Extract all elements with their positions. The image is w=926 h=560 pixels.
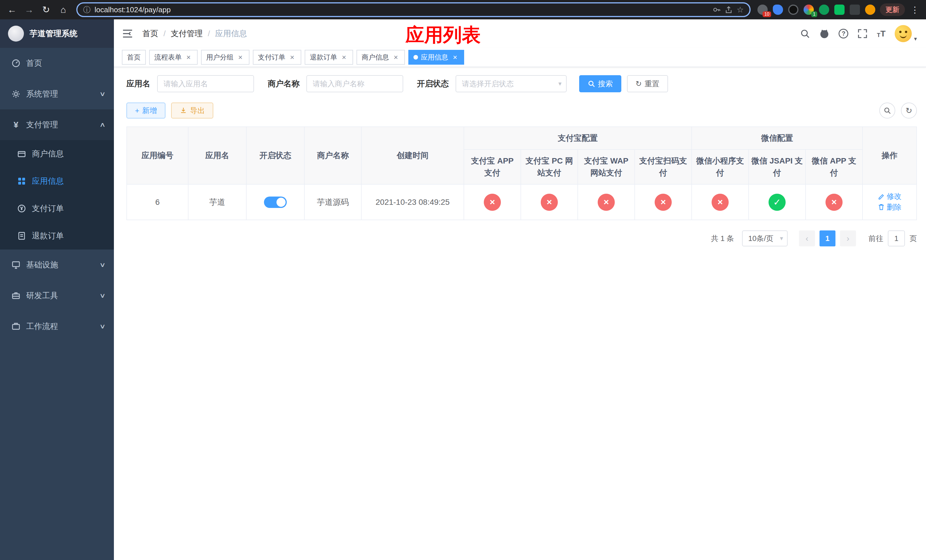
refresh-icon: ↻ <box>635 79 642 88</box>
page-size-select[interactable]: 10条/页▾ <box>742 230 788 247</box>
tab-refund-order[interactable]: 退款订单× <box>305 50 353 65</box>
next-page-button[interactable]: › <box>840 230 856 247</box>
extension-icon-4[interactable]: 1 <box>803 5 814 15</box>
breadcrumb-home[interactable]: 首页 <box>142 28 158 39</box>
sidebar-menu: 首页 系统管理 ∨ ¥ 支付管理 ∧ 商户信息 <box>0 48 114 342</box>
browser-menu-icon[interactable]: ⋮ <box>909 5 920 15</box>
sidebar-item-label: 商户信息 <box>32 148 105 159</box>
extension-icon-2[interactable] <box>773 5 783 15</box>
caret-down-icon: ▾ <box>780 235 783 242</box>
breadcrumb-payment[interactable]: 支付管理 <box>171 28 203 39</box>
site-info-icon[interactable]: ⓘ <box>83 5 91 15</box>
extension-badge: 10 <box>763 11 771 17</box>
share-icon[interactable] <box>725 6 733 14</box>
help-icon[interactable]: ? <box>838 29 848 38</box>
refresh-icon: ↻ <box>905 106 912 115</box>
download-icon <box>180 107 187 114</box>
caret-down-icon: ▾ <box>558 80 561 88</box>
breadcrumb-current: 应用信息 <box>215 28 247 39</box>
tab-app-info[interactable]: 应用信息× <box>409 50 464 65</box>
address-bar[interactable]: ⓘ localhost:1024/pay/app ☆ <box>76 2 750 17</box>
sidebar-collapse-icon[interactable] <box>122 28 133 39</box>
sidebar-item-dev-tools[interactable]: 研发工具 ∨ <box>0 280 114 311</box>
tab-pay-order[interactable]: 支付订单× <box>253 50 301 65</box>
prev-page-button[interactable]: ‹ <box>799 230 815 247</box>
sidebar-item-refund-order[interactable]: 退款订单 <box>0 222 114 250</box>
edit-button[interactable]: 修改 <box>878 191 902 201</box>
caret-down-icon: ▾ <box>914 35 917 42</box>
sidebar-item-workflow[interactable]: 工作流程 ∨ <box>0 311 114 342</box>
sidebar-item-label: 工作流程 <box>26 321 95 332</box>
tab-user-group[interactable]: 用户分组× <box>201 50 250 65</box>
chevron-up-icon: ∧ <box>99 121 106 129</box>
sidebar-item-pay-order[interactable]: 支付订单 <box>0 195 114 222</box>
col-alipay-qr: 支付宝扫码支付 <box>635 150 691 184</box>
user-avatar <box>895 25 912 42</box>
tab-home[interactable]: 首页 <box>122 50 146 65</box>
app-name-input[interactable] <box>157 75 254 92</box>
delete-button[interactable]: 删除 <box>878 202 902 212</box>
search-button[interactable]: 搜索 <box>579 75 621 92</box>
page-1-button[interactable]: 1 <box>820 230 835 247</box>
search-icon[interactable] <box>800 29 810 39</box>
screen: ← → ↻ ⌂ ⓘ localhost:1024/pay/app ☆ 10 1 … <box>0 0 926 560</box>
app-table: 应用编号 应用名 开启状态 商户名称 创建时间 支付宝配置 微信配置 操作 支付… <box>126 127 917 220</box>
yen-icon: ¥ <box>11 120 21 130</box>
key-icon[interactable] <box>713 6 721 14</box>
status-select[interactable]: 请选择开启状态▾ <box>455 75 567 92</box>
sidebar-item-system[interactable]: 系统管理 ∨ <box>0 79 114 109</box>
forward-icon[interactable]: → <box>23 3 35 16</box>
extension-icon-7[interactable] <box>850 5 860 15</box>
wechat-jsapi-status-icon: ✓ <box>769 194 785 211</box>
user-menu[interactable]: ▾ <box>895 25 917 42</box>
extension-icon-5[interactable] <box>819 5 829 15</box>
tab-merchant-info[interactable]: 商户信息× <box>357 50 405 65</box>
extension-icon-6[interactable] <box>834 5 844 15</box>
sidebar-item-label: 退款订单 <box>32 230 105 241</box>
chevron-down-icon: ∨ <box>99 292 106 300</box>
extensions-area: 10 1 <box>757 5 875 15</box>
reset-button[interactable]: ↻ 重置 <box>627 75 668 92</box>
close-icon[interactable]: × <box>185 53 192 62</box>
sidebar-item-payment[interactable]: ¥ 支付管理 ∧ <box>0 109 114 140</box>
sidebar-item-merchant-info[interactable]: 商户信息 <box>0 140 114 168</box>
font-size-icon[interactable]: TT <box>877 29 885 38</box>
status-toggle[interactable] <box>264 197 287 208</box>
col-group-alipay: 支付宝配置 <box>464 127 691 150</box>
sidebar-item-home[interactable]: 首页 <box>0 48 114 79</box>
back-icon[interactable]: ← <box>6 3 18 16</box>
sidebar-item-app-info[interactable]: 应用信息 <box>0 168 114 195</box>
close-icon[interactable]: × <box>288 53 296 62</box>
close-icon[interactable]: × <box>236 53 244 62</box>
grid-icon <box>17 177 26 186</box>
app-title: 芋道管理系统 <box>30 28 77 39</box>
tab-process-form[interactable]: 流程表单× <box>149 50 198 65</box>
extension-icon-1[interactable]: 10 <box>757 5 768 15</box>
home-icon[interactable]: ⌂ <box>57 3 70 16</box>
cell-created: 2021-10-23 08:49:25 <box>362 184 464 220</box>
bookmark-star-icon[interactable]: ☆ <box>737 5 744 15</box>
app-logo[interactable]: 芋道管理系统 <box>0 20 114 48</box>
refresh-table-button[interactable]: ↻ <box>901 103 917 118</box>
close-icon[interactable]: × <box>340 53 348 62</box>
add-button[interactable]: + 新增 <box>126 103 165 118</box>
export-button[interactable]: 导出 <box>171 103 213 118</box>
close-icon[interactable]: × <box>451 53 459 62</box>
browser-update-button[interactable]: 更新 <box>880 3 905 16</box>
sidebar-item-infrastructure[interactable]: 基础设施 ∨ <box>0 250 114 280</box>
alipay-wap-status-icon: × <box>598 194 615 211</box>
col-wechat-app: 微信 APP 支付 <box>805 150 862 184</box>
refresh-icon[interactable]: ↻ <box>40 3 52 16</box>
close-icon[interactable]: × <box>392 53 400 62</box>
toolbox-icon <box>11 291 21 300</box>
col-alipay-app: 支付宝 APP 支付 <box>464 150 521 184</box>
merchant-name-input[interactable] <box>306 75 403 92</box>
extension-icon-8[interactable] <box>865 5 875 15</box>
plus-icon: + <box>135 106 139 115</box>
extension-icon-3[interactable] <box>788 5 799 15</box>
sidebar-item-label: 研发工具 <box>26 290 95 301</box>
fullscreen-icon[interactable] <box>857 29 868 39</box>
toggle-search-button[interactable] <box>879 103 895 118</box>
goto-page-input[interactable] <box>888 230 905 247</box>
github-icon[interactable] <box>819 29 829 39</box>
